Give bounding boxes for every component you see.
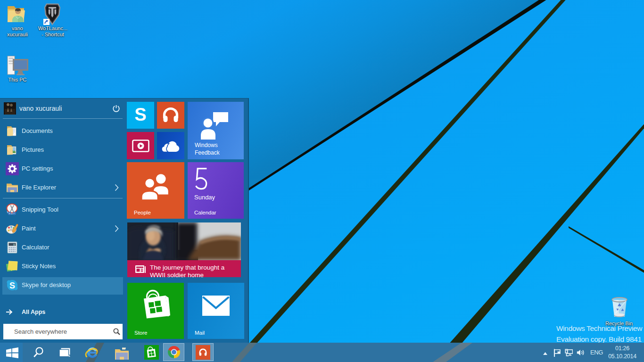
- svg-text:S: S: [9, 281, 15, 290]
- svg-text:0: 0: [13, 243, 15, 247]
- svg-text:S: S: [134, 108, 146, 122]
